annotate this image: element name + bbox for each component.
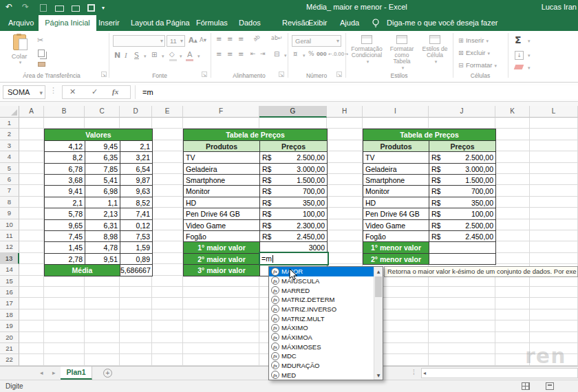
cell-J11[interactable]: R$2.450,00 [429, 230, 496, 242]
cell-C8[interactable]: 1,1 [85, 197, 120, 208]
align-bottom-icon[interactable]: ≡ [238, 35, 244, 43]
row-header-9[interactable]: 9 [0, 208, 19, 219]
name-box[interactable]: SOMA▾ [3, 85, 45, 99]
italic-button[interactable]: I [125, 51, 127, 59]
cell-J7[interactable]: R$700,00 [429, 185, 496, 197]
function-item-MÁXIMOSES[interactable]: fxMÁXIMOSES [269, 342, 374, 351]
accounting-format-icon[interactable]: ¤ [293, 50, 297, 58]
copy-icon[interactable] [38, 50, 45, 57]
row-header-15[interactable]: 15 [0, 276, 19, 287]
cell-C12[interactable]: 4,78 [85, 241, 120, 253]
column-header-L[interactable]: L [530, 106, 578, 118]
percent-style-icon[interactable]: % [308, 50, 314, 57]
customize-toolbar-icon[interactable]: ▾ [102, 5, 105, 11]
scroll-down-icon[interactable]: ▼ [374, 371, 383, 380]
cell-J4[interactable]: R$2.500,00 [429, 151, 496, 163]
cell-B6[interactable]: 3,68 [44, 174, 85, 186]
cell-C4[interactable]: 6,35 [85, 151, 120, 163]
column-header-H[interactable]: H [327, 106, 363, 118]
font-name-combo[interactable]: ▾ [113, 35, 165, 47]
increase-indent-icon[interactable]: ⇥ [260, 50, 266, 57]
cell-styles-button[interactable]: Estilos de Célula▾ [420, 35, 450, 65]
font-dialog-launcher[interactable]: ↘ [202, 72, 207, 77]
horizontal-scrollbar[interactable]: ◂ [421, 368, 578, 378]
cell-I12[interactable]: 1° menor valor [363, 241, 429, 253]
cell-D8[interactable]: 8,52 [120, 197, 153, 208]
row-header-18[interactable]: 18 [0, 309, 19, 320]
scroll-up-icon[interactable]: ▲ [374, 267, 383, 276]
normal-view-icon[interactable] [522, 382, 530, 390]
cell-D4[interactable]: 3,21 [120, 151, 153, 163]
cell-B4[interactable]: 8,2 [44, 151, 85, 163]
cell-D13[interactable]: 0,89 [120, 253, 153, 265]
column-header-F[interactable]: F [183, 106, 259, 118]
row-header-7[interactable]: 7 [0, 185, 19, 196]
cell-F10[interactable]: Video Game [183, 219, 260, 231]
row-header-20[interactable]: 20 [0, 332, 19, 343]
cell-F2[interactable]: Tabela de Preços [183, 129, 328, 140]
page-layout-view-icon[interactable] [546, 382, 554, 390]
cell-F14[interactable]: 3° maior valor [183, 264, 260, 276]
cell-I13[interactable]: 2° menor valor [363, 253, 429, 265]
row-header-22[interactable]: 22 [0, 354, 19, 365]
format-painter-icon[interactable] [38, 62, 45, 67]
comma-style-icon[interactable]: 000 [317, 52, 327, 57]
function-item-MAIÚSCULA[interactable]: fxMAIÚSCULA [269, 276, 374, 286]
clipboard-dialog-launcher[interactable]: ↘ [101, 72, 107, 77]
column-header-B[interactable]: B [44, 106, 85, 118]
increase-font-icon[interactable]: A▴ [189, 36, 197, 44]
save-icon[interactable] [87, 4, 95, 12]
cell-D12[interactable]: 1,59 [120, 241, 153, 253]
underline-button[interactable]: S [134, 51, 139, 60]
cell-F3[interactable]: Produtos [183, 140, 260, 152]
column-header-A[interactable]: A [19, 106, 44, 118]
cell-I4[interactable]: TV [363, 151, 429, 163]
cell-G11[interactable]: R$2.450,00 [259, 230, 328, 242]
row-header-5[interactable]: 5 [0, 163, 19, 174]
tab-pagina-inicial[interactable]: Página Inicial [39, 15, 96, 31]
increase-decimal-icon[interactable]: ←.0 [328, 52, 337, 57]
row-header-21[interactable]: 21 [0, 343, 19, 354]
row-header-8[interactable]: 8 [0, 197, 19, 208]
cell-J9[interactable]: R$100,00 [429, 208, 496, 219]
function-item-MARRED[interactable]: fxMARRED [269, 285, 374, 295]
cell-B11[interactable]: 7,45 [44, 230, 85, 242]
conditional-formatting-button[interactable]: Formatação Condicional▾ [350, 35, 384, 65]
cell-D6[interactable]: 9,87 [120, 174, 153, 186]
number-dialog-launcher[interactable]: ↘ [336, 72, 342, 77]
cell-G6[interactable]: R$1.500,00 [259, 174, 328, 186]
cell-B9[interactable]: 5,78 [44, 208, 85, 219]
row-header-19[interactable]: 19 [0, 320, 19, 331]
autosum-button[interactable]: Σ [515, 34, 522, 45]
column-header-E[interactable]: E [152, 106, 183, 118]
tab-arquivo[interactable]: Arquivo [8, 19, 34, 27]
tab-inserir[interactable]: Inserir [98, 19, 120, 27]
new-file-icon[interactable] [40, 4, 47, 12]
decrease-indent-icon[interactable]: ⇤ [250, 50, 256, 57]
cell-F9[interactable]: Pen Drive 64 GB [183, 208, 260, 219]
row-header-17[interactable]: 17 [0, 298, 19, 309]
column-header-D[interactable]: D [120, 106, 152, 118]
cell-G8[interactable]: R$350,00 [259, 197, 328, 208]
decrease-font-icon[interactable]: A▾ [200, 36, 206, 43]
cell-B10[interactable]: 9,65 [44, 219, 85, 231]
cell-J8[interactable]: R$350,00 [429, 197, 496, 208]
column-header-C[interactable]: C [85, 106, 120, 118]
row-header-13[interactable]: 13 [0, 253, 19, 264]
cell-F6[interactable]: Smartphone [183, 174, 260, 186]
cell-C13[interactable]: 9,51 [85, 253, 120, 265]
cell-D14[interactable]: 5,686667 [120, 264, 153, 276]
wrap-text-icon[interactable]: ab↵ [271, 35, 283, 41]
cell-G4[interactable]: R$2.500,00 [259, 151, 328, 163]
align-right-icon[interactable]: ≡ [238, 50, 244, 58]
cell-I5[interactable]: Geladeira [363, 163, 429, 175]
borders-icon[interactable]: ⊞ [151, 51, 157, 58]
cell-B2[interactable]: Valores [44, 129, 153, 140]
cell-J6[interactable]: R$1.500,00 [429, 174, 496, 186]
function-item-MATRIZ.DETERM[interactable]: fxMATRIZ.DETERM [269, 295, 374, 305]
sheet-tab-plan1[interactable]: Plan1 [61, 367, 92, 380]
cell-F11[interactable]: Fogão [183, 230, 260, 242]
cell-D10[interactable]: 0,12 [120, 219, 153, 231]
name-box-dropdown-icon[interactable]: ▾ [39, 87, 43, 99]
cell-J5[interactable]: R$3.000,00 [429, 163, 496, 175]
